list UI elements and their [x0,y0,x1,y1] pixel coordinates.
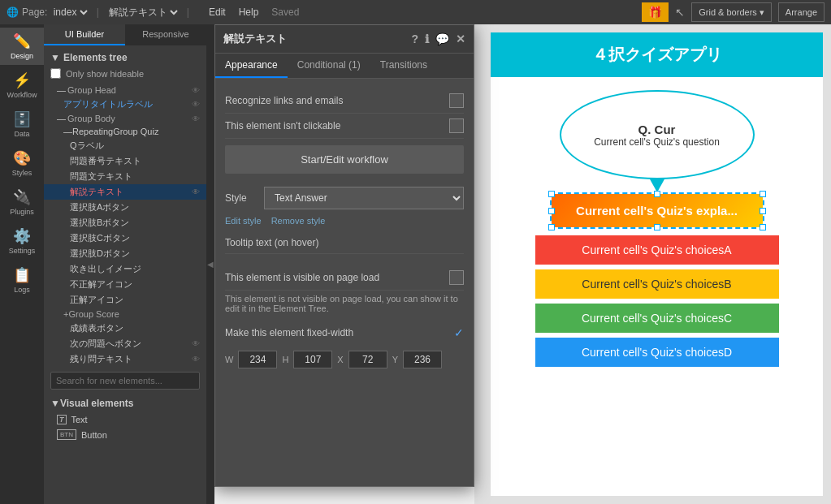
text-label: Text [71,415,88,424]
edit-style-link[interactable]: Edit style [225,216,262,226]
tab-transitions[interactable]: Transitions [370,54,437,78]
tree-item-score-btn[interactable]: 成績表ボタン [44,321,206,336]
text-dropdown[interactable]: 解説テキスト [106,6,180,19]
tree-item-repeating[interactable]: —RepeatingGroup Quiz [44,125,206,138]
collapse-arrow[interactable]: ◀ [206,24,214,504]
title-label: アプリタイトルラベル [63,98,153,110]
eye-icon-group-body: 👁 [192,114,200,123]
tree-item-choice-d[interactable]: 選択肢Dボタン [44,246,206,261]
repeating-label: —RepeatingGroup Quiz [63,127,158,136]
x-input[interactable] [348,351,387,368]
eye-icon-next: 👁 [192,339,200,348]
tree-item-group-score[interactable]: +Group Score [44,308,206,321]
eye-icon-grouphead: 👁 [192,86,200,95]
tree-item-group-body[interactable]: — Group Body 👁 [44,112,206,125]
wrong-icon-label: 不正解アイコン [70,278,132,291]
tree-item-explanation[interactable]: 解説テキスト 👁 [44,184,206,200]
tree-item-choice-c[interactable]: 選択肢Cボタン [44,230,206,246]
close-icon[interactable]: ✕ [456,32,465,45]
tree-item-choice-b[interactable]: 選択肢Bボタン [44,215,206,230]
visual-item-text[interactable]: T Text [44,412,206,427]
workflow-button[interactable]: Start/Edit workflow [225,145,464,174]
workflow-icon: ⚡ [13,71,31,89]
visibility-row: This element is visible on page load Thi… [225,261,464,321]
page-dropdown[interactable]: index [50,6,90,19]
style-select[interactable]: Text Answer [264,187,464,209]
dimensions-row: W H X Y [225,344,464,368]
tree-item-correct-icon[interactable]: 正解アイコン [44,292,206,308]
search-input[interactable] [50,372,200,390]
sidebar-item-workflow[interactable]: ⚡ Workflow [0,67,44,104]
group-body-dash: — [57,114,66,123]
w-input[interactable] [238,351,277,368]
page-icon: 🌐 [6,6,19,18]
tab-responsive[interactable]: Responsive [125,24,206,45]
q-label: Qラベル [70,140,104,152]
logs-icon: 📋 [13,266,31,284]
icon-sidebar: ✏️ Design ⚡ Workflow 🗄️ Data 🎨 Styles 🔌 … [0,24,44,504]
tab-ui-builder[interactable]: UI Builder [44,24,125,45]
data-label: Data [14,130,29,138]
tree-header: ▼ Elements tree [44,49,206,67]
sidebar-item-settings[interactable]: ⚙️ Settings [0,222,44,260]
not-clickable-checkbox[interactable] [449,118,464,133]
panel-tabs: UI Builder Responsive [44,24,206,45]
choice-a-btn[interactable]: Current cell's Quiz's choicesA [535,235,779,265]
tree-item-choice-a[interactable]: 選択肢Aボタン [44,200,206,215]
popup-icons: ? ℹ 💬 ✕ [411,32,465,45]
tree-item-remaining-text[interactable]: 残り問テキスト 👁 [44,351,206,367]
button-label: Button [81,430,107,440]
y-input[interactable] [403,351,442,368]
selected-element[interactable]: Current cell's Quiz's expla... [552,194,763,227]
tree-item-wrong-icon[interactable]: 不正解アイコン [44,277,206,292]
only-show-hideable-checkbox[interactable] [50,68,61,79]
visual-elements-arrow: ▼ [50,398,60,409]
logs-label: Logs [14,286,30,294]
recognize-links-checkbox[interactable] [449,93,464,108]
sidebar-item-design[interactable]: ✏️ Design [0,28,44,65]
remove-style-link[interactable]: Remove style [271,216,326,226]
sidebar-item-data[interactable]: 🗄️ Data [0,106,44,143]
edit-link[interactable]: Edit [209,6,226,18]
tree-header-label: Elements tree [63,52,128,63]
style-row: Style Text Answer [225,180,464,216]
styles-label: Styles [12,169,32,177]
eye-icon-remaining: 👁 [192,355,200,364]
separator2: | [187,6,189,18]
fixed-width-label: Make this element fixed-width [225,327,353,338]
choice-c-btn[interactable]: Current cell's Quiz's choicesC [535,304,779,333]
info-icon[interactable]: ℹ [425,32,429,45]
choice-b-btn[interactable]: Current cell's Quiz's choicesB [535,269,779,299]
tree-item-question-num[interactable]: 問題番号テキスト [44,153,206,169]
top-bar: 🌐 Page: index | 解説テキスト | Edit Help Saved… [0,0,831,24]
tree-item-q-label[interactable]: Qラベル [44,138,206,153]
visible-on-load-row: This element is visible on page load [225,265,464,291]
visible-on-load-checkbox[interactable] [449,270,464,285]
sidebar-item-styles[interactable]: 🎨 Styles [0,144,44,182]
grid-borders-button[interactable]: Grid & borders ▾ [691,2,772,22]
tree-item-title-label[interactable]: アプリタイトルラベル 👁 [44,97,206,112]
tab-appearance[interactable]: Appearance [215,54,288,78]
only-show-hideable-row: Only show hideable [44,67,206,84]
visual-item-button[interactable]: BTN Button [44,427,206,442]
help-link[interactable]: Help [239,6,259,18]
arrange-button[interactable]: Arrange [778,2,825,22]
tree-item-question-text[interactable]: 問題文テキスト [44,169,206,184]
sidebar-item-logs[interactable]: 📋 Logs [0,261,44,299]
gift-button[interactable]: 🎁 [642,2,669,22]
y-label: Y [392,355,398,364]
tree-item-next-btn[interactable]: 次の問題へボタン 👁 [44,336,206,351]
tree-item-bubble[interactable]: 吹き出しイメージ [44,261,206,277]
btn-icon: BTN [57,429,76,440]
choice-b-label: 選択肢Bボタン [70,217,129,229]
choice-d-btn[interactable]: Current cell's Quiz's choicesD [535,338,779,367]
tree-item-group-head[interactable]: — Group Head 👁 [44,84,206,97]
main-layout: ✏️ Design ⚡ Workflow 🗄️ Data 🎨 Styles 🔌 … [0,24,831,504]
help-icon[interactable]: ? [411,32,418,45]
tab-conditional[interactable]: Conditional (1) [288,54,370,78]
comment-icon[interactable]: 💬 [435,32,449,45]
h-input[interactable] [293,351,332,368]
style-links: Edit style Remove style [225,216,464,232]
workflow-label: Workflow [7,91,37,99]
sidebar-item-plugins[interactable]: 🔌 Plugins [0,183,44,221]
